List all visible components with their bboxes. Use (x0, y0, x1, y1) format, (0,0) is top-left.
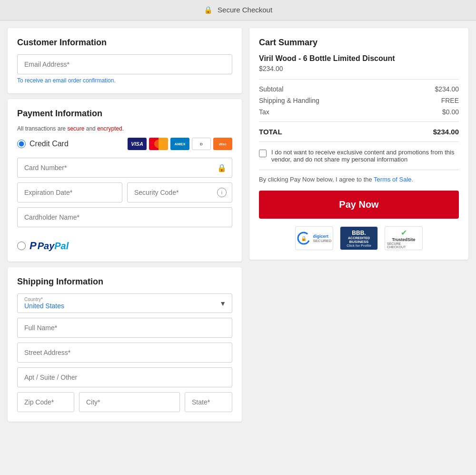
paypal-logo: P PayPal (30, 240, 69, 252)
visa-icon: VISA (128, 138, 147, 150)
trusted-checkmark-icon: ✔ (401, 228, 407, 237)
terms-text: By clicking Pay Now below, I agree to th… (259, 176, 459, 183)
trusted-site-name: TrustedSite (392, 237, 415, 242)
expiry-input[interactable] (17, 182, 122, 202)
credit-card-radio[interactable] (17, 140, 26, 148)
product-price: $234.00 (259, 65, 459, 72)
full-name-wrapper (17, 318, 232, 338)
pay-now-button[interactable]: Pay Now (259, 191, 459, 219)
city-wrapper (79, 392, 180, 412)
apt-wrapper (17, 367, 232, 387)
product-name: Viril Wood - 6 Bottle Limited Discount (259, 54, 459, 63)
paypal-p-icon: P (30, 240, 37, 252)
trusted-site-label: SECURE CHECKOUT (387, 242, 420, 249)
customer-info-title: Customer Information (17, 38, 232, 48)
subtotal-label: Subtotal (259, 85, 283, 93)
street-input[interactable] (17, 343, 232, 363)
terms-link[interactable]: Terms of Sale. (374, 176, 413, 183)
opt-out-checkbox[interactable] (259, 150, 267, 157)
divider-4 (259, 170, 459, 170)
state-input[interactable] (185, 392, 232, 412)
card-icons: VISA AMEX D disc (128, 138, 232, 150)
expiry-security-row: i (17, 182, 232, 202)
cardholder-input[interactable] (17, 207, 232, 227)
tax-label: Tax (259, 108, 269, 116)
secure-checkout-header: 🔒 Secure Checkout (0, 0, 476, 20)
email-field-wrapper (17, 54, 232, 74)
cardholder-wrapper (17, 207, 232, 227)
secure-link[interactable]: secure (67, 125, 84, 132)
apt-input[interactable] (17, 367, 232, 387)
country-label: Country* (24, 297, 225, 302)
bbb-business: BUSINESS (349, 240, 369, 244)
zip-wrapper (17, 392, 74, 412)
digicert-circle: 🔒 (297, 231, 311, 245)
total-row: TOTAL $234.00 (259, 128, 459, 136)
payment-info-card: Payment Information All transactions are… (8, 99, 242, 262)
paypal-radio[interactable] (17, 242, 26, 250)
customer-info-card: Customer Information To receive an email… (8, 28, 242, 93)
subtotal-row: Subtotal $234.00 (259, 85, 459, 93)
zip-input[interactable] (17, 392, 74, 412)
diners-icon: D (192, 138, 211, 150)
country-value: United States (24, 302, 225, 310)
country-dropdown[interactable]: Country* United States ▼ (17, 293, 232, 313)
digicert-inner: 🔒 digicert SECURED (297, 231, 331, 245)
bbb-accredited: ACCREDITED (348, 236, 370, 240)
security-wrapper: i (127, 182, 232, 202)
shipping-info-title: Shipping Information (17, 277, 232, 287)
lock-icon: 🔒 (204, 6, 213, 14)
total-label: TOTAL (259, 128, 282, 136)
shipping-label: Shipping & Handling (259, 97, 319, 104)
card-number-input-wrapper: 🔒 (17, 158, 232, 178)
mastercard-icon (149, 138, 168, 150)
left-column: Customer Information To receive an email… (8, 28, 242, 422)
bbb-badge: BBB. ACCREDITED BUSINESS Click for Profi… (340, 226, 378, 250)
terms-prefix: By clicking Pay Now below, I agree to th… (259, 176, 374, 183)
paypal-row: P PayPal (17, 235, 232, 252)
zip-city-state-row (17, 392, 232, 412)
street-wrapper (17, 343, 232, 363)
full-name-input[interactable] (17, 318, 232, 338)
digicert-badge: 🔒 digicert SECURED (295, 226, 333, 250)
lock-icon-card: 🔒 (217, 163, 227, 172)
info-icon: i (217, 188, 227, 197)
card-number-wrapper: 🔒 (17, 158, 232, 178)
digicert-lock-icon: 🔒 (301, 236, 307, 241)
country-select-wrapper: Country* United States ▼ (17, 293, 232, 313)
shipping-value: FREE (441, 97, 459, 104)
discover-icon: disc (213, 138, 232, 150)
security-input-wrapper: i (127, 182, 232, 202)
chevron-down-icon: ▼ (219, 300, 226, 307)
bbb-profile-link[interactable]: Click for Profile (347, 244, 371, 247)
opt-out-row: I do not want to receive exclusive conte… (259, 149, 459, 163)
city-input[interactable] (79, 392, 180, 412)
amex-icon: AMEX (170, 138, 189, 150)
encrypted-link[interactable]: encrypted (97, 125, 122, 132)
trust-badges: 🔒 digicert SECURED BBB. ACCREDITED BUSIN… (259, 226, 459, 250)
divider-1 (259, 79, 459, 80)
email-hint: To receive an email order confirmation. (17, 77, 232, 84)
expiry-wrapper (17, 182, 122, 202)
credit-card-row: Credit Card VISA AMEX D disc (17, 138, 232, 150)
cart-summary-title: Cart Summary (259, 38, 459, 48)
payment-info-subtitle: All transactions are secure and encrypte… (17, 125, 232, 132)
tax-row: Tax $0.00 (259, 108, 459, 116)
subtotal-value: $234.00 (435, 85, 459, 93)
credit-card-label: Credit Card (30, 140, 69, 148)
header-title: Secure Checkout (218, 6, 272, 14)
divider-3 (259, 141, 459, 142)
total-value: $234.00 (433, 128, 459, 136)
security-input[interactable] (127, 182, 232, 202)
tax-value: $0.00 (442, 108, 459, 116)
shipping-info-card: Shipping Information Country* United Sta… (8, 267, 242, 422)
cart-summary-card: Cart Summary Viril Wood - 6 Bottle Limit… (249, 28, 468, 260)
right-column: Cart Summary Viril Wood - 6 Bottle Limit… (249, 28, 468, 260)
divider-2 (259, 121, 459, 122)
payment-info-title: Payment Information (17, 109, 232, 119)
card-number-input[interactable] (17, 158, 232, 178)
digicert-text: digicert SECURED (313, 234, 331, 243)
trusted-site-badge: ✔ TrustedSite SECURE CHECKOUT (385, 226, 423, 250)
email-input[interactable] (17, 54, 232, 74)
bbb-logo: BBB. (352, 230, 366, 236)
